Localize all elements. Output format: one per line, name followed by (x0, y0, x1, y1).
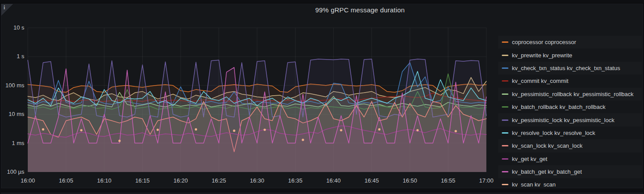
adjacent-panel-top-edge (0, 0, 644, 4)
legend-item[interactable]: kv_pessimistic_lock kv_pessimistic_lock (498, 113, 642, 126)
series-label: kv_batch_get kv_batch_get (512, 168, 582, 175)
y-tick-label: 100 µs (1, 168, 24, 175)
series-label: kv_check_txn_status kv_check_txn_status (512, 65, 620, 71)
series-color-dash-icon (502, 145, 508, 146)
series-label: kv_scan_lock kv_scan_lock (512, 142, 583, 149)
series-point (302, 139, 304, 141)
series-label: coprocessor coprocessor (512, 39, 576, 45)
adjacent-panel-bottom-edge (0, 188, 644, 194)
series-label: kv_get kv_get (512, 156, 547, 162)
series-color-dash-icon (502, 119, 508, 121)
series-color-dash-icon (502, 184, 508, 185)
series-label: kv_pessimistic_lock kv_pessimistic_lock (512, 117, 614, 123)
x-tick-label: 16:55 (434, 177, 462, 184)
series-point (340, 129, 342, 131)
y-tick-label: 10 ms (1, 111, 24, 117)
x-tick-label: 17:00 (472, 177, 500, 184)
x-tick-label: 16:50 (396, 177, 424, 184)
series-point (157, 129, 159, 131)
grpc-duration-panel: i 99% gRPC message duration 10 s1 s100 m… (1, 4, 643, 188)
series-label: kv_commit kv_commit (512, 78, 568, 84)
x-tick-label: 16:25 (205, 177, 233, 184)
series-color-dash-icon (502, 132, 508, 134)
legend-item[interactable]: kv_commit kv_commit (498, 75, 642, 87)
series-color-dash-icon (502, 106, 508, 108)
legend-item[interactable]: kv_scan kv_scan (498, 178, 642, 187)
series-label: kv_prewrite kv_prewrite (512, 52, 572, 59)
y-tick-label: 1 s (1, 53, 24, 60)
series-color-dash-icon (502, 67, 508, 69)
x-tick-label: 16:10 (90, 177, 118, 184)
series-point (455, 130, 457, 132)
series-label: kv_pessimistic_rollback kv_pessimistic_r… (512, 91, 633, 97)
x-tick-label: 16:30 (243, 177, 271, 184)
series-color-dash-icon (502, 80, 508, 82)
legend: coprocessor coprocessorkv_prewrite kv_pr… (498, 36, 642, 187)
series-label: kv_scan kv_scan (512, 181, 556, 187)
y-tick-label: 100 ms (1, 82, 24, 89)
series-color-dash-icon (502, 158, 508, 160)
series-point (195, 128, 197, 131)
series-point (233, 130, 235, 132)
legend-item[interactable]: kv_prewrite kv_prewrite (498, 48, 642, 61)
legend-item[interactable]: kv_check_txn_status kv_check_txn_status (498, 62, 642, 75)
y-tick-label: 1 ms (1, 140, 24, 146)
series-point (378, 128, 380, 131)
legend-item[interactable]: coprocessor coprocessor (498, 36, 642, 48)
legend-item[interactable]: kv_get kv_get (498, 153, 642, 165)
series-point (417, 129, 419, 131)
y-tick-label: 10 s (1, 24, 24, 31)
legend-item[interactable]: kv_batch_rollback kv_batch_rollback (498, 101, 642, 113)
x-tick-label: 16:20 (167, 177, 195, 184)
series-label: kv_batch_rollback kv_batch_rollback (512, 104, 606, 110)
legend-item[interactable]: kv_scan_lock kv_scan_lock (498, 139, 642, 152)
x-tick-label: 16:35 (281, 177, 310, 184)
x-tick-label: 16:40 (319, 177, 348, 184)
x-tick-label: 16:00 (14, 177, 42, 184)
series-color-dash-icon (502, 41, 508, 43)
series-point (264, 129, 266, 131)
series-point (80, 129, 83, 131)
series-point (118, 140, 121, 142)
series-point (42, 128, 44, 131)
series-color-dash-icon (502, 171, 508, 172)
series-color-dash-icon (502, 55, 508, 56)
legend-item[interactable]: kv_batch_get kv_batch_get (498, 165, 642, 178)
x-tick-label: 16:45 (358, 177, 386, 184)
series-color-dash-icon (502, 93, 508, 95)
grafana-dashboard-region: i 99% gRPC message duration 10 s1 s100 m… (0, 0, 644, 194)
legend-item[interactable]: kv_resolve_lock kv_resolve_lock (498, 127, 642, 139)
x-tick-label: 16:05 (52, 177, 80, 184)
legend-item[interactable]: kv_pessimistic_rollback kv_pessimistic_r… (498, 88, 642, 101)
x-tick-label: 16:15 (129, 177, 157, 184)
series-label: kv_resolve_lock kv_resolve_lock (512, 130, 595, 136)
